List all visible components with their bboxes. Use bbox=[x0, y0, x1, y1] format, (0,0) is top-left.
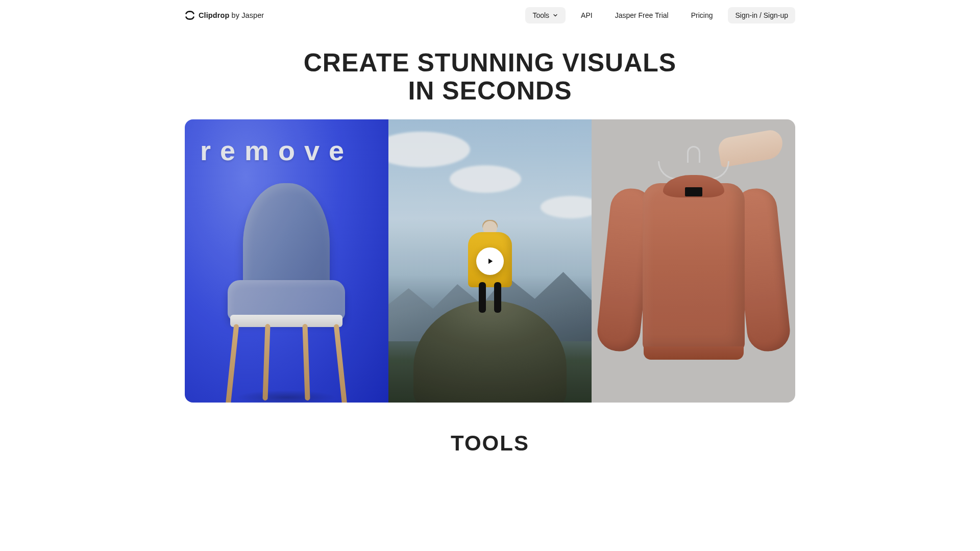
chair-illustration bbox=[220, 183, 353, 403]
brand[interactable]: Clipdrop by Jasper bbox=[185, 10, 264, 20]
hero-video-banner[interactable]: remove bbox=[185, 119, 795, 403]
nav-tools-dropdown[interactable]: Tools bbox=[525, 7, 566, 23]
nav-api-link[interactable]: API bbox=[574, 7, 600, 23]
hero-overlay-text: remove bbox=[200, 135, 353, 166]
chevron-down-icon bbox=[552, 12, 558, 18]
play-icon bbox=[485, 257, 495, 266]
nav-trial-link[interactable]: Jasper Free Trial bbox=[608, 7, 676, 23]
hand-illustration bbox=[717, 128, 785, 167]
nav-tools-label: Tools bbox=[532, 11, 549, 19]
brand-logo-icon bbox=[185, 10, 195, 20]
hero-headline: CREATE STUNNING VISUALS IN SECONDS bbox=[185, 49, 795, 105]
tools-section-heading: TOOLS bbox=[185, 431, 795, 456]
hero-panel-chair: remove bbox=[185, 119, 388, 403]
nav-signin-button[interactable]: Sign-in / Sign-up bbox=[728, 7, 795, 23]
play-video-button[interactable] bbox=[476, 247, 504, 275]
nav-signin-label: Sign-in / Sign-up bbox=[735, 11, 788, 19]
site-header: Clipdrop by Jasper Tools API Jasper Free… bbox=[185, 0, 795, 28]
nav-api-label: API bbox=[581, 11, 593, 19]
top-nav: Tools API Jasper Free Trial Pricing Sign… bbox=[525, 7, 795, 23]
hanger-illustration bbox=[658, 161, 729, 180]
hero-panel-jacket bbox=[592, 119, 795, 403]
nav-trial-label: Jasper Free Trial bbox=[615, 11, 669, 19]
nav-pricing-link[interactable]: Pricing bbox=[684, 7, 720, 23]
nav-pricing-label: Pricing bbox=[691, 11, 713, 19]
brand-text: Clipdrop by Jasper bbox=[199, 11, 264, 19]
jacket-illustration bbox=[617, 178, 770, 382]
